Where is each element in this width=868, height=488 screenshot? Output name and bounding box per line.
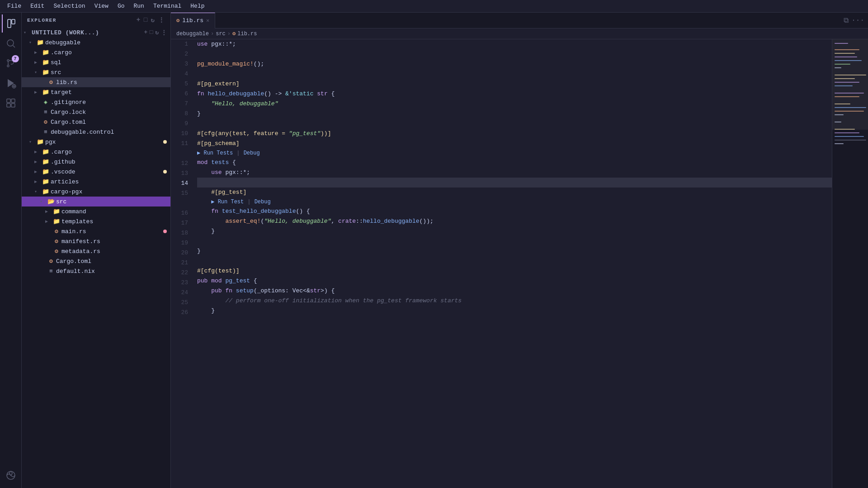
svg-rect-30 (835, 107, 866, 108)
tree-item-lib-rs[interactable]: ⚙ lib.rs (22, 77, 170, 87)
run-tests-link[interactable]: ▶ Run Tests (197, 149, 233, 158)
workspace-refresh[interactable]: ↻ (155, 29, 159, 36)
tree-item-cargo-pgx[interactable]: ▾ 📁 cargo-pgx (22, 187, 170, 197)
folder-icon: 📁 (42, 178, 50, 185)
tree-item-templates[interactable]: ▶ 📁 templates (22, 216, 170, 226)
tree-item-cargo[interactable]: ▶ 📁 .cargo (22, 47, 170, 57)
remote-icon[interactable] (2, 466, 20, 484)
menu-file[interactable]: File (4, 2, 25, 10)
menu-terminal[interactable]: Terminal (150, 2, 185, 10)
ln-16: 16 (171, 208, 188, 218)
new-folder-icon[interactable]: □ (144, 16, 148, 24)
tab-close-button[interactable]: ✕ (206, 17, 209, 24)
ln-10: 10 (171, 129, 188, 139)
svg-rect-16 (835, 43, 848, 44)
svg-rect-31 (835, 111, 864, 112)
ln-18: 18 (171, 228, 188, 238)
tree-item-pgx[interactable]: ▾ 📁 pgx (22, 137, 170, 147)
tree-item-cargo-lock[interactable]: ≡ Cargo.lock (22, 107, 170, 117)
source-control-icon[interactable]: 7 (2, 54, 20, 72)
rust-file-icon: ⚙ (52, 228, 61, 235)
svg-rect-38 (835, 143, 844, 144)
tree-item-pgx-github[interactable]: ▶ 📁 .github (22, 157, 170, 167)
tree-item-src-debuggable[interactable]: ▾ 📁 src (22, 67, 170, 77)
source-control-badge: 7 (12, 55, 19, 62)
folder-icon: 📁 (36, 138, 44, 145)
workspace-new-folder[interactable]: □ (150, 29, 153, 36)
menu-go[interactable]: Go (114, 2, 128, 10)
ln-15r (171, 198, 188, 208)
debug-test-link[interactable]: Debug (255, 197, 271, 206)
refresh-icon[interactable]: ↻ (151, 16, 156, 24)
code-line-15: #[pg_test] (197, 188, 832, 197)
tree-item-target[interactable]: ▶ 📁 target (22, 87, 170, 97)
svg-rect-18 (835, 53, 855, 54)
tree-item-debuggable[interactable]: ▾ 📁 debuggable (22, 38, 170, 47)
code-line-6: fn hello_debuggable() -> &'static str { (197, 89, 832, 99)
sidebar-header: EXPLORER + □ ↻ ⋮ (22, 13, 170, 28)
breadcrumb-part-0[interactable]: debuggable (176, 31, 209, 37)
tree-item-pgx-cargo[interactable]: ▶ 📁 .cargo (22, 147, 170, 157)
extensions-icon[interactable] (2, 94, 20, 112)
tree-item-cargo-toml-1[interactable]: ⚙ Cargo.toml (22, 117, 170, 127)
debug-tests-link[interactable]: Debug (244, 149, 260, 158)
svg-rect-12 (11, 99, 15, 103)
sidebar-title: EXPLORER (27, 18, 57, 23)
breadcrumb-part-2[interactable]: ⚙ lib.rs (232, 30, 257, 37)
menu-view[interactable]: View (91, 2, 112, 10)
gitignore-icon: ◈ (42, 99, 50, 106)
tree-item-default-nix[interactable]: ≡ default.nix (22, 266, 170, 276)
ln-9: 9 (171, 119, 188, 129)
workspace-header[interactable]: ▾ UNTITLED (WORK...) + □ ↻ ⋮ (22, 28, 170, 38)
tree-item-pgx-vscode[interactable]: ▶ 📁 .vscode (22, 167, 170, 177)
rust-file-icon: ⚙ (52, 238, 61, 245)
tree-item-debuggable-control[interactable]: ≡ debuggable.control (22, 127, 170, 137)
svg-rect-25 (835, 82, 859, 83)
sidebar: EXPLORER + □ ↻ ⋮ ▾ UNTITLED (WORK...) + … (22, 13, 171, 488)
svg-rect-20 (835, 60, 862, 61)
menu-run[interactable]: Run (130, 2, 147, 10)
menu-selection[interactable]: Selection (50, 2, 89, 10)
tree-item-command[interactable]: ▶ 📁 command (22, 206, 170, 216)
breadcrumb-part-1[interactable]: src (216, 31, 226, 37)
tree-item-articles[interactable]: ▶ 📁 articles (22, 177, 170, 187)
run-debug-icon[interactable] (2, 74, 20, 92)
search-icon[interactable] (2, 34, 20, 52)
tree-item-sql[interactable]: ▶ 📁 sql (22, 57, 170, 67)
rust-file-icon: ⚙ (52, 248, 61, 255)
menu-edit[interactable]: Edit (27, 2, 48, 10)
tree-item-gitignore[interactable]: ◈ .gitignore (22, 97, 170, 107)
tree-item-main-rs[interactable]: ⚙ main.rs (22, 226, 170, 236)
tab-lib-rs[interactable]: ⚙ lib.rs ✕ (171, 13, 215, 28)
folder-icon: 📁 (42, 49, 50, 56)
code-content[interactable]: use pgx::*; pg_module_magic!(); #[pg_ext… (193, 39, 832, 488)
new-file-icon[interactable]: + (137, 16, 141, 24)
code-line-19 (197, 236, 832, 246)
split-editor-icon[interactable]: ⧉ (844, 16, 849, 25)
tree-item-src-selected[interactable]: ▾ 📂 src (22, 197, 170, 206)
more-actions-icon[interactable]: ··· (851, 16, 864, 24)
editor-area: ⚙ lib.rs ✕ ⧉ ··· debuggable › src › ⚙ li… (171, 13, 868, 488)
code-run-test: ▶ Run Test | Debug (197, 197, 832, 206)
explorer-icon[interactable] (2, 14, 20, 33)
folder-icon: 📁 (52, 218, 61, 225)
workspace-more[interactable]: ⋮ (161, 29, 167, 36)
tree-item-metadata-rs[interactable]: ⚙ metadata.rs (22, 246, 170, 256)
code-line-3: pg_module_magic!(); (197, 59, 832, 69)
menu-help[interactable]: Help (187, 2, 208, 10)
code-line-11: #[pg_schema] (197, 139, 832, 149)
tab-actions: ⧉ ··· (840, 16, 868, 25)
rust-tab-icon: ⚙ (176, 17, 179, 24)
workspace-new-file[interactable]: + (144, 29, 148, 36)
run-test-link[interactable]: ▶ Run Test (211, 197, 244, 206)
toml-icon: ⚙ (42, 118, 50, 126)
line-numbers: 1 2 3 4 5 6 7 8 9 10 11 12 13 14 15 16 1… (171, 39, 193, 488)
ln-11: 11 (171, 139, 188, 149)
tree-item-manifest-rs[interactable]: ⚙ manifest.rs (22, 236, 170, 246)
tab-label: lib.rs (182, 17, 203, 24)
collapse-all-icon[interactable]: ⋮ (158, 16, 165, 24)
svg-rect-14 (11, 103, 15, 107)
code-line-22: #[cfg(test)] (197, 266, 832, 276)
tree-item-cargo-toml-2[interactable]: ⚙ Cargo.toml (22, 256, 170, 266)
folder-icon: 📁 (42, 168, 50, 175)
